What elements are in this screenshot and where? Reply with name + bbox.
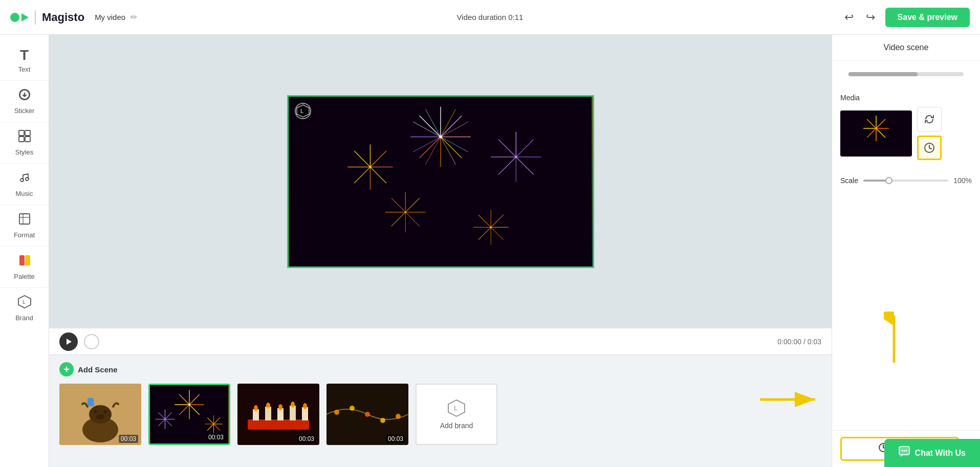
add-scene-plus-icon: + <box>59 362 74 376</box>
svg-point-118 <box>350 406 355 411</box>
logo-circle-icon <box>10 13 19 22</box>
sidebar-label-music: Music <box>16 190 33 197</box>
header-right: ↩ ↪ Save & preview <box>842 8 970 27</box>
svg-rect-4 <box>25 137 30 142</box>
scene-time-3: 00:03 <box>297 435 316 443</box>
add-brand-button[interactable]: L Add brand <box>416 384 497 445</box>
svg-text:L: L <box>23 299 26 305</box>
svg-marker-70 <box>67 339 72 345</box>
svg-rect-105 <box>248 419 309 430</box>
sidebar-item-format[interactable]: Format <box>0 205 49 247</box>
svg-rect-3 <box>19 137 24 142</box>
video-placeholder: L <box>289 97 593 266</box>
time-display: 0:00:00 / 0:03 <box>777 338 821 346</box>
scene-thumb-4[interactable]: 00:03 <box>326 384 408 445</box>
svg-point-113 <box>278 404 282 410</box>
undo-button[interactable]: ↩ <box>842 9 856 26</box>
timeline-media-button[interactable] <box>917 136 942 160</box>
sidebar-item-music[interactable]: Music <box>0 164 49 205</box>
video-title: My video <box>95 13 125 21</box>
sidebar-label-text: Text <box>18 65 31 73</box>
styles-icon <box>18 129 31 146</box>
logo-play-icon <box>21 13 29 21</box>
sidebar-label-sticker: Sticker <box>14 107 35 115</box>
svg-point-74 <box>94 410 97 413</box>
refresh-media-button[interactable] <box>917 107 942 131</box>
sidebar-item-sticker[interactable]: Sticker <box>0 81 49 122</box>
scale-slider[interactable] <box>863 180 948 182</box>
main-content: T Text Sticker Styles Music Format <box>0 35 980 467</box>
scene-thumb-3[interactable]: 00:03 <box>237 384 319 445</box>
sidebar-label-palette: Palette <box>14 273 34 280</box>
svg-rect-109 <box>290 406 296 420</box>
scene-thumb-2[interactable]: 00:03 <box>148 384 230 445</box>
svg-point-111 <box>254 405 258 411</box>
svg-point-121 <box>396 414 401 419</box>
video-badge: L <box>295 103 311 119</box>
svg-point-120 <box>380 418 385 423</box>
format-icon <box>18 212 31 229</box>
scene-time-4: 00:03 <box>386 435 405 443</box>
svg-rect-10 <box>19 255 25 265</box>
svg-point-142 <box>905 450 907 452</box>
scale-row: Scale 100% <box>840 176 972 185</box>
save-preview-button[interactable]: Save & preview <box>885 8 970 27</box>
add-brand-label: Add brand <box>440 421 473 430</box>
svg-text:L: L <box>454 404 458 412</box>
text-icon: T <box>20 47 29 63</box>
scroll-section <box>832 61 980 87</box>
svg-rect-2 <box>25 130 30 136</box>
header: Magisto My video ✏ Video duration 0:11 ↩… <box>0 0 980 35</box>
sidebar-label-styles: Styles <box>15 148 33 156</box>
chat-with-us-button[interactable]: Chat With Us <box>884 439 980 467</box>
sidebar-item-styles[interactable]: Styles <box>0 122 49 164</box>
play-button[interactable] <box>59 332 78 351</box>
logo-divider <box>35 10 36 25</box>
scroll-indicator[interactable] <box>848 72 964 76</box>
scale-value: 100% <box>953 176 972 185</box>
sidebar-item-text[interactable]: T Text <box>0 40 49 81</box>
svg-rect-7 <box>19 214 30 224</box>
scenes-row: 00:03 00:03 00:03 <box>59 384 821 445</box>
svg-point-115 <box>303 403 307 409</box>
svg-rect-77 <box>88 398 94 406</box>
chat-icon <box>899 446 910 460</box>
panel-spacer <box>832 191 980 430</box>
svg-point-140 <box>901 450 903 452</box>
video-duration: Video duration 0:11 <box>457 13 524 21</box>
media-section: Media <box>832 87 980 166</box>
video-container[interactable]: L <box>287 95 594 268</box>
svg-point-141 <box>903 450 905 452</box>
add-scene-button[interactable]: + Add Scene <box>59 362 118 376</box>
logo-area: Magisto <box>10 10 84 25</box>
scene-time-2: 00:03 <box>206 433 226 441</box>
media-thumbnail <box>840 110 912 157</box>
edit-title-icon[interactable]: ✏ <box>130 12 137 22</box>
scene-thumb-1[interactable]: 00:03 <box>59 384 141 445</box>
svg-point-66 <box>404 211 406 213</box>
playback-bar: 0:00:00 / 0:03 <box>49 328 832 354</box>
redo-button[interactable]: ↪ <box>864 9 877 26</box>
media-actions <box>917 107 942 160</box>
svg-point-87 <box>188 404 190 406</box>
scale-section: Scale 100% <box>832 166 980 191</box>
sidebar-label-format: Format <box>14 231 35 239</box>
svg-point-63 <box>439 135 442 138</box>
add-scene-label: Add Scene <box>78 365 118 374</box>
scroll-indicator-inner <box>848 72 918 76</box>
scale-label: Scale <box>840 176 858 185</box>
time-circle <box>84 334 99 349</box>
media-row <box>840 107 972 160</box>
app-name: Magisto <box>42 11 84 24</box>
sidebar-item-brand[interactable]: L Brand <box>0 288 49 329</box>
svg-point-117 <box>334 410 339 415</box>
scenes-panel: + Add Scene 00:03 00:03 <box>49 354 832 467</box>
logo-icons <box>10 13 29 22</box>
brand-icon: L <box>18 295 31 312</box>
panel-title: Video scene <box>832 35 980 61</box>
svg-rect-11 <box>25 255 30 265</box>
sidebar-item-palette[interactable]: Palette <box>0 247 49 288</box>
svg-point-119 <box>365 412 370 417</box>
svg-text:L: L <box>300 108 303 114</box>
chat-btn-label: Chat With Us <box>915 449 966 458</box>
